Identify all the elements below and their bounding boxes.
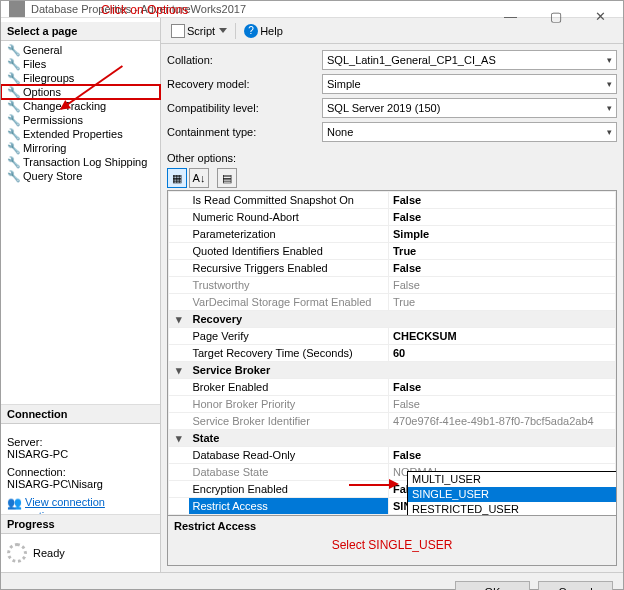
progress-spinner-icon xyxy=(7,543,27,563)
containment-label: Containment type: xyxy=(167,126,322,138)
maximize-button[interactable]: ▢ xyxy=(533,1,578,31)
category-state[interactable]: State xyxy=(189,430,616,447)
nav-options[interactable]: 🔧Options xyxy=(1,85,160,99)
prop-val[interactable]: False xyxy=(389,379,616,396)
progress-status: Ready xyxy=(33,547,65,559)
nav-label: Mirroring xyxy=(23,142,66,154)
categorized-button[interactable]: ▦ xyxy=(167,168,187,188)
close-button[interactable]: ✕ xyxy=(578,1,623,31)
prop-val: False xyxy=(389,277,616,294)
prop-key[interactable]: Quoted Identifiers Enabled xyxy=(189,243,389,260)
connection-value: NISARG-PC\Nisarg xyxy=(7,478,154,490)
prop-val[interactable]: 60 xyxy=(389,345,616,362)
script-button[interactable]: Script xyxy=(167,22,231,40)
window-title: Database Properties - AdventureWorks2017 xyxy=(31,3,246,15)
prop-val: False xyxy=(389,396,616,413)
nav-label: Permissions xyxy=(23,114,83,126)
people-icon: 👥 xyxy=(7,496,21,510)
compat-level-select[interactable]: SQL Server 2019 (150)▾ xyxy=(322,98,617,118)
connection-label: Connection: xyxy=(7,466,154,478)
nav-label: Filegroups xyxy=(23,72,74,84)
collapse-icon[interactable]: ▾ xyxy=(169,311,189,328)
containment-value: None xyxy=(327,126,353,138)
nav-general[interactable]: 🔧General xyxy=(1,43,160,57)
prop-key[interactable]: Database Read-Only xyxy=(189,447,389,464)
other-options-label: Other options: xyxy=(167,152,617,164)
prop-val[interactable]: False xyxy=(389,447,616,464)
select-page-header: Select a page xyxy=(1,22,160,41)
collapse-icon[interactable]: ▾ xyxy=(169,430,189,447)
annotation-arrow xyxy=(349,484,393,486)
collation-value: SQL_Latin1_General_CP1_CI_AS xyxy=(327,54,496,66)
prop-key[interactable]: Target Recovery Time (Seconds) xyxy=(189,345,389,362)
prop-key: Trustworthy xyxy=(189,277,389,294)
prop-val[interactable]: False xyxy=(389,209,616,226)
prop-key: Database State xyxy=(189,464,389,481)
minimize-button[interactable]: — xyxy=(488,1,533,31)
prop-key[interactable]: Page Verify xyxy=(189,328,389,345)
script-icon xyxy=(171,24,185,38)
prop-key[interactable]: Broker Enabled xyxy=(189,379,389,396)
script-label: Script xyxy=(187,25,215,37)
nav-label: Query Store xyxy=(23,170,82,182)
prop-key[interactable]: Numeric Round-Abort xyxy=(189,209,389,226)
page-list: 🔧General 🔧Files 🔧Filegroups 🔧Options 🔧Ch… xyxy=(1,41,160,185)
description-title: Restrict Access xyxy=(174,520,610,532)
prop-val: 470e976f-41ee-49b1-87f0-7bcf5ada2ab4 xyxy=(389,413,616,430)
prop-val[interactable]: False xyxy=(389,192,616,209)
nav-files[interactable]: 🔧Files xyxy=(1,57,160,71)
nav-filegroups[interactable]: 🔧Filegroups xyxy=(1,71,160,85)
chevron-down-icon: ▾ xyxy=(607,79,612,89)
prop-val[interactable]: CHECKSUM xyxy=(389,328,616,345)
property-pages-button[interactable]: ▤ xyxy=(217,168,237,188)
prop-key: VarDecimal Storage Format Enabled xyxy=(189,294,389,311)
collapse-icon[interactable]: ▾ xyxy=(169,362,189,379)
chevron-down-icon: ▾ xyxy=(607,127,612,137)
prop-val[interactable]: False xyxy=(389,260,616,277)
compat-level-label: Compatibility level: xyxy=(167,102,322,114)
dropdown-opt-multi-user[interactable]: MULTI_USER xyxy=(408,472,617,487)
category-service-broker[interactable]: Service Broker xyxy=(189,362,616,379)
annotation-arrowhead xyxy=(389,479,399,489)
category-recovery[interactable]: Recovery xyxy=(189,311,616,328)
dropdown-opt-single-user[interactable]: SINGLE_USER xyxy=(408,487,617,502)
property-grid[interactable]: Is Read Committed Snapshot OnFalse Numer… xyxy=(168,191,616,515)
prop-key-restrict-access[interactable]: Restrict Access xyxy=(189,498,389,515)
help-label: Help xyxy=(260,25,283,37)
compat-level-value: SQL Server 2019 (150) xyxy=(327,102,440,114)
app-icon xyxy=(9,1,25,17)
nav-mirroring[interactable]: 🔧Mirroring xyxy=(1,141,160,155)
prop-key: Service Broker Identifier xyxy=(189,413,389,430)
cancel-button[interactable]: Cancel xyxy=(538,581,613,590)
prop-val[interactable]: Simple xyxy=(389,226,616,243)
nav-label: Options xyxy=(23,86,61,98)
server-label: Server: xyxy=(7,436,154,448)
help-icon: ? xyxy=(244,24,258,38)
nav-label: Extended Properties xyxy=(23,128,123,140)
chevron-down-icon xyxy=(219,28,227,33)
alphabetical-button[interactable]: A↓ xyxy=(189,168,209,188)
annotation-select-single: Select SINGLE_USER xyxy=(332,538,453,552)
nav-label: General xyxy=(23,44,62,56)
prop-key[interactable]: Is Read Committed Snapshot On xyxy=(189,192,389,209)
chevron-down-icon: ▾ xyxy=(607,55,612,65)
restrict-access-dropdown: MULTI_USER SINGLE_USER RESTRICTED_USER xyxy=(407,471,617,516)
nav-permissions[interactable]: 🔧Permissions xyxy=(1,113,160,127)
ok-button[interactable]: OK xyxy=(455,581,530,590)
recovery-model-value: Simple xyxy=(327,78,361,90)
nav-change-tracking[interactable]: 🔧Change Tracking xyxy=(1,99,160,113)
recovery-model-select[interactable]: Simple▾ xyxy=(322,74,617,94)
title-bar: Database Properties - AdventureWorks2017… xyxy=(1,1,623,18)
help-button[interactable]: ? Help xyxy=(240,22,287,40)
nav-label: Files xyxy=(23,58,46,70)
nav-transaction-log-shipping[interactable]: 🔧Transaction Log Shipping xyxy=(1,155,160,169)
nav-extended-properties[interactable]: 🔧Extended Properties xyxy=(1,127,160,141)
prop-key[interactable]: Recursive Triggers Enabled xyxy=(189,260,389,277)
prop-val[interactable]: True xyxy=(389,243,616,260)
prop-key[interactable]: Parameterization xyxy=(189,226,389,243)
dropdown-opt-restricted-user[interactable]: RESTRICTED_USER xyxy=(408,502,617,516)
nav-query-store[interactable]: 🔧Query Store xyxy=(1,169,160,183)
containment-select[interactable]: None▾ xyxy=(322,122,617,142)
collation-select[interactable]: SQL_Latin1_General_CP1_CI_AS▾ xyxy=(322,50,617,70)
collation-label: Collation: xyxy=(167,54,322,66)
